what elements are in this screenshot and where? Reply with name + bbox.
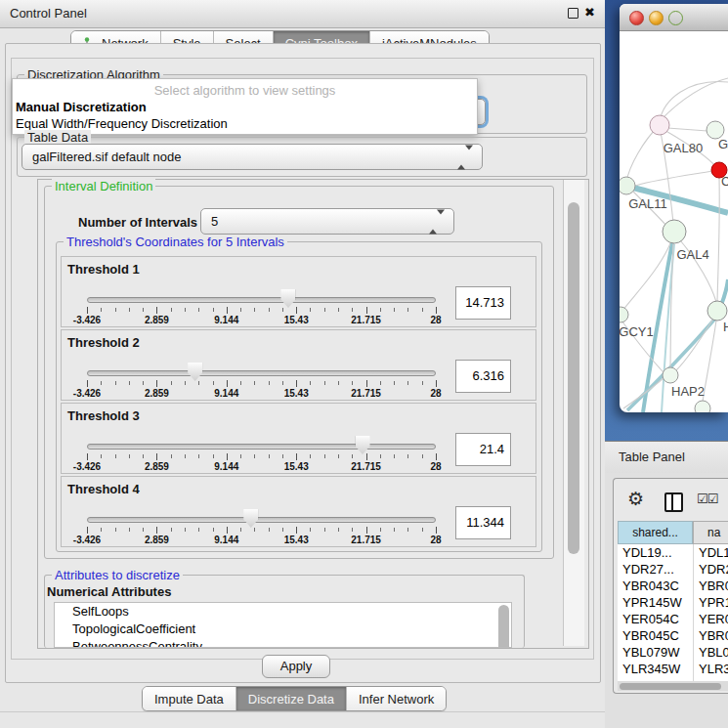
group-title: Table Data — [24, 130, 91, 145]
close-icon[interactable]: ✖ — [584, 5, 595, 20]
network-node-gal80[interactable] — [650, 115, 669, 135]
slider-minor-ticks — [87, 454, 436, 458]
tab-impute-data[interactable]: Impute Data — [143, 687, 236, 710]
tick-label: 2.859 — [145, 315, 169, 325]
tick-label: 2.859 — [145, 388, 169, 399]
table-panel-card: ⚙ ☑☑ shared... na YDL19...YDL1 YDR27...Y… — [613, 478, 728, 694]
slider-thumb[interactable] — [188, 363, 202, 381]
slider-thumb[interactable] — [243, 509, 258, 528]
column-header-name[interactable]: na — [693, 521, 728, 544]
tab-discretize-data[interactable]: Discretize Data — [236, 687, 347, 710]
node-label-partial: GA — [718, 137, 728, 151]
tick-label: 2.859 — [145, 461, 169, 472]
split-view-icon[interactable] — [664, 492, 683, 512]
major-tick — [366, 527, 367, 534]
major-tick — [296, 527, 297, 534]
combo-value: 5 — [211, 209, 218, 234]
tab-label: Discretize Data — [248, 692, 334, 707]
table-data-combobox[interactable]: galFiltered.sif default node — [21, 144, 483, 170]
slider-track[interactable] — [87, 517, 436, 523]
threshold-value-field[interactable]: 14.713 — [455, 286, 511, 320]
network-node[interactable] — [707, 301, 727, 321]
threshold-value-field[interactable]: 21.4 — [455, 433, 511, 466]
threshold-slider[interactable]: -3.426 2.859 9.144 15.43 21.715 28 — [87, 477, 436, 546]
scrollbar-thumb[interactable] — [568, 202, 579, 554]
table-panel-titlebar: Table Panel — [605, 441, 728, 474]
major-tick — [87, 307, 88, 314]
column-header-shared-name[interactable]: shared... — [618, 521, 693, 544]
major-tick — [366, 453, 367, 460]
major-tick — [156, 307, 157, 314]
number-of-intervals-combobox[interactable]: 5 — [200, 208, 454, 235]
major-tick — [296, 380, 297, 387]
table-row[interactable]: YER054CYER0 — [618, 611, 728, 627]
major-tick — [227, 307, 228, 314]
network-view-window[interactable]: GAL80 GA C GAL11 GAL4 GCY1 H HAP2 — [620, 4, 728, 412]
zoom-traffic-light-icon[interactable] — [668, 11, 683, 25]
list-item[interactable]: SelfLoops — [55, 603, 511, 621]
threshold-value-field[interactable]: 6.316 — [455, 360, 511, 393]
network-node-gal11[interactable] — [620, 177, 635, 194]
popup-option-equal-width-frequency[interactable]: Equal Width/Frequency Discretization — [16, 116, 228, 131]
tick-label: 9.144 — [214, 388, 238, 399]
cell: YPR145W — [622, 595, 682, 610]
group-title: Interval Definition — [52, 179, 155, 193]
cell: YDL19... — [622, 545, 672, 560]
table-row[interactable]: YBL079WYBL0 — [618, 644, 728, 661]
cell: YBR0 — [699, 628, 728, 643]
horizontal-scrollbar[interactable] — [618, 681, 728, 691]
gear-icon[interactable]: ⚙ — [627, 488, 644, 510]
popup-option-manual-discretization[interactable]: Manual Discretization — [16, 100, 147, 114]
tick-label: 28 — [430, 315, 441, 325]
scrollbar-thumb[interactable] — [620, 683, 721, 690]
table-row[interactable]: YBR043CYBR0 — [618, 578, 728, 594]
group-title: Threshold's Coordinates for 5 Intervals — [64, 235, 287, 249]
threshold-value-field[interactable]: 11.344 — [455, 506, 511, 539]
slider-minor-ticks — [87, 381, 436, 385]
slider-track[interactable] — [87, 444, 436, 450]
cell: YDR2 — [699, 562, 728, 577]
threshold-slider[interactable]: -3.426 2.859 9.144 15.43 21.715 28 — [87, 330, 436, 400]
table-row[interactable]: YBR045CYBR0 — [618, 627, 728, 644]
threshold-slider[interactable]: -3.426 2.859 9.144 15.43 21.715 28 — [87, 257, 436, 326]
minimize-traffic-light-icon[interactable] — [649, 11, 664, 25]
table-row[interactable]: YLR345WYLR3 — [618, 661, 728, 677]
cell: YLR3 — [699, 662, 728, 676]
table-row[interactable]: YDL19...YDL1 — [618, 544, 728, 561]
node-table-body[interactable]: YDL19...YDL1 YDR27...YDR2 YBR043CYBR0 YP… — [618, 544, 728, 681]
major-tick — [87, 453, 88, 460]
list-item[interactable]: BetweennessCentrality — [55, 638, 511, 648]
float-window-icon[interactable] — [568, 8, 578, 19]
network-node[interactable] — [695, 401, 710, 412]
control-panel: Control Panel ✖ Network Style Select Cyn… — [0, 0, 605, 728]
network-node-hap2[interactable] — [663, 367, 678, 383]
slider-track[interactable] — [87, 370, 436, 376]
checkbox-icons[interactable]: ☑☑ — [697, 492, 717, 506]
threshold-slider[interactable]: -3.426 2.859 9.144 15.43 21.715 28 — [87, 404, 436, 473]
network-window-titlebar[interactable] — [620, 4, 728, 31]
node-label-gcy1: GCY1 — [620, 324, 654, 339]
cell: YDR27... — [622, 562, 674, 577]
combo-arrows-icon — [457, 150, 473, 164]
network-node-gcy1[interactable] — [620, 307, 628, 322]
list-scrollbar-thumb[interactable] — [498, 605, 509, 648]
slider-thumb[interactable] — [280, 289, 295, 308]
vertical-scrollbar[interactable] — [563, 180, 584, 646]
node-label-gal80: GAL80 — [664, 141, 703, 155]
numerical-attributes-list[interactable]: SelfLoops TopologicalCoefficient Between… — [54, 602, 512, 648]
node-label-gal11: GAL11 — [628, 196, 667, 211]
tick-label: 21.715 — [351, 388, 381, 399]
table-row[interactable]: YDR27...YDR2 — [618, 561, 728, 578]
slider-track[interactable] — [87, 297, 436, 303]
close-traffic-light-icon[interactable] — [629, 11, 644, 25]
network-node-gal4[interactable] — [663, 220, 686, 243]
slider-thumb[interactable] — [356, 436, 370, 454]
major-tick — [87, 527, 88, 534]
combo-value: galFiltered.sif default node — [32, 145, 181, 169]
network-canvas[interactable]: GAL80 GA C GAL11 GAL4 GCY1 H HAP2 — [620, 31, 728, 412]
table-row[interactable]: YPR145WYPR1 — [618, 594, 728, 611]
tab-infer-network[interactable]: Infer Network — [347, 687, 446, 710]
apply-button[interactable]: Apply — [262, 655, 330, 678]
algorithm-dropdown-popup: Select algorithm to view settings Manual… — [12, 78, 478, 135]
list-item[interactable]: TopologicalCoefficient — [55, 621, 511, 638]
